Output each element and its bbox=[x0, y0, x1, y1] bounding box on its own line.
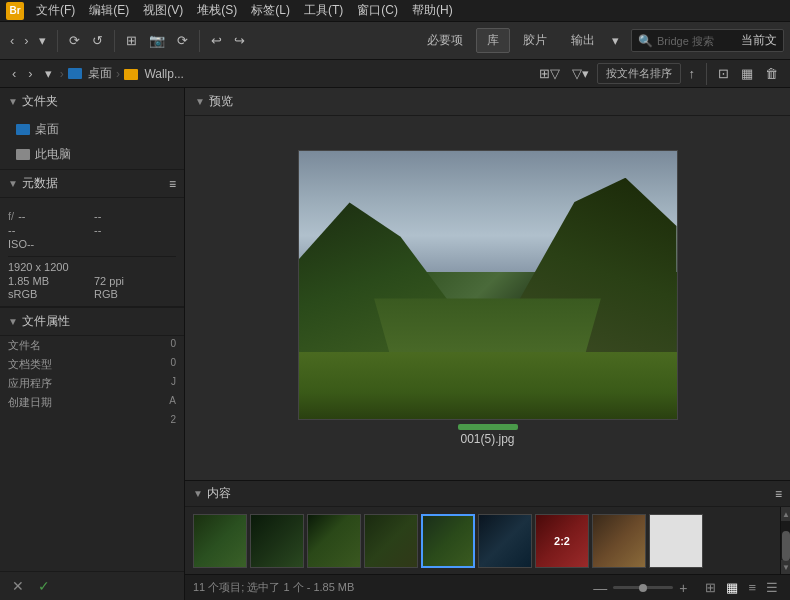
scroll-down-arrow[interactable]: ▼ bbox=[781, 560, 790, 574]
metadata-section: ▼ 元数据 ≡ f/ -- -- -- bbox=[0, 170, 184, 307]
wallp-folder-icon bbox=[124, 69, 138, 80]
folder-name-desktop: 桌面 bbox=[35, 121, 59, 138]
menu-stack[interactable]: 堆栈(S) bbox=[191, 0, 243, 21]
toolbar-separator-1 bbox=[57, 30, 58, 52]
view-grid-button[interactable]: ⊞ bbox=[701, 578, 720, 597]
cancel-button[interactable]: ✕ bbox=[8, 576, 28, 596]
search-input[interactable] bbox=[657, 35, 737, 47]
file-props-chevron: ▼ bbox=[8, 316, 18, 327]
path-desktop[interactable]: 桌面 bbox=[88, 66, 112, 80]
content-menu-icon[interactable]: ≡ bbox=[775, 487, 782, 501]
menu-view[interactable]: 视图(V) bbox=[137, 0, 189, 21]
view-detail-button[interactable]: ☰ bbox=[762, 578, 782, 597]
meta-ppi: 72 ppi bbox=[94, 275, 176, 287]
menu-edit[interactable]: 编辑(E) bbox=[83, 0, 135, 21]
thumbnail-badge: 2:2 bbox=[554, 535, 570, 547]
thumbnail-8[interactable] bbox=[592, 514, 646, 568]
redo-button[interactable]: ↪ bbox=[230, 31, 249, 50]
thumbnail-7[interactable]: 2:2 bbox=[535, 514, 589, 568]
filmstrip-button[interactable]: 胶片 bbox=[512, 28, 558, 53]
rotate-left-button[interactable]: ↺ bbox=[88, 31, 107, 50]
path-bar: ‹ › ▾ › 桌面 › Wallp... ⊞▽ ▽▾ 按文件名排序 ↑ ⊡ ▦… bbox=[0, 60, 790, 88]
preview-chevron: ▼ bbox=[195, 96, 205, 107]
meta-aperture-row: f/ -- bbox=[8, 210, 90, 222]
view-list-button[interactable]: ≡ bbox=[744, 578, 760, 597]
meta-ev-value: -- bbox=[8, 224, 15, 236]
scroll-thumb[interactable] bbox=[782, 531, 790, 561]
path-dropdown-button[interactable]: ▾ bbox=[41, 64, 56, 83]
desktop-folder-icon bbox=[68, 68, 82, 79]
confirm-button[interactable]: ✓ bbox=[34, 576, 54, 596]
path-back-button[interactable]: ‹ bbox=[8, 64, 20, 83]
scroll-up-arrow[interactable]: ▲ bbox=[781, 507, 790, 521]
undo-button[interactable]: ↩ bbox=[207, 31, 226, 50]
menu-label[interactable]: 标签(L) bbox=[245, 0, 296, 21]
search-bar[interactable]: 🔍 当前文 bbox=[631, 29, 784, 52]
thumbnail-1[interactable] bbox=[193, 514, 247, 568]
folder-name-computer: 此电脑 bbox=[35, 146, 71, 163]
sort-button[interactable]: 按文件名排序 bbox=[597, 63, 681, 84]
nav-dropdown-button[interactable]: ▾ bbox=[35, 31, 50, 50]
view-mode-buttons: ⊞ ▦ ≡ ☰ bbox=[701, 578, 782, 597]
sync-button[interactable]: ⟳ bbox=[173, 31, 192, 50]
prop-name-filename: 文件名 bbox=[8, 338, 160, 353]
folder-item-desktop[interactable]: 桌面 bbox=[0, 117, 184, 142]
preview-image bbox=[298, 150, 678, 420]
menu-file[interactable]: 文件(F) bbox=[30, 0, 81, 21]
thumbnail-5-selected[interactable] bbox=[421, 514, 475, 568]
meta-iso-value: ISO-- bbox=[8, 238, 34, 250]
toolbar-separator-3 bbox=[199, 30, 200, 52]
path-wallp[interactable]: Wallp... bbox=[144, 67, 184, 81]
content-chevron: ▼ bbox=[193, 488, 203, 499]
content-strip-header: ▼ 内容 ≡ bbox=[185, 481, 790, 507]
prop-val-filename: 0 bbox=[164, 338, 176, 353]
menu-tools[interactable]: 工具(T) bbox=[298, 0, 349, 21]
zoom-slider-thumb[interactable] bbox=[639, 584, 647, 592]
filter-button[interactable]: ▽▾ bbox=[568, 64, 593, 83]
thumbnail-2[interactable] bbox=[250, 514, 304, 568]
output-button[interactable]: 输出 bbox=[560, 28, 606, 53]
history-button[interactable]: ⟳ bbox=[65, 31, 84, 50]
zoom-in-button[interactable]: + bbox=[677, 580, 689, 596]
folder-item-computer[interactable]: 此电脑 bbox=[0, 142, 184, 167]
path-home[interactable]: 桌面 bbox=[68, 65, 112, 82]
folders-label: 文件夹 bbox=[22, 93, 58, 110]
zoom-slider[interactable] bbox=[613, 586, 673, 589]
camera-button[interactable]: 📷 bbox=[145, 31, 169, 50]
thumbnail-6[interactable] bbox=[478, 514, 532, 568]
sort-asc-button[interactable]: ↑ bbox=[685, 64, 700, 83]
scroll-track bbox=[781, 521, 790, 560]
meta-aperture-label: f/ bbox=[8, 210, 14, 222]
nav-controls: ‹ › ▾ bbox=[6, 31, 50, 50]
view-grid2-button[interactable]: ▦ bbox=[722, 578, 742, 597]
thumbnail-strip[interactable]: 2:2 bbox=[185, 507, 780, 574]
view-options-button[interactable]: ⊞▽ bbox=[535, 64, 564, 83]
zoom-out-button[interactable]: — bbox=[591, 580, 609, 596]
back-button[interactable]: ‹ bbox=[6, 31, 18, 50]
menu-window[interactable]: 窗口(C) bbox=[351, 0, 404, 21]
zoom-controls: — + bbox=[591, 580, 689, 596]
delete-button[interactable]: 🗑 bbox=[761, 64, 782, 83]
meta-dimensions: 1920 x 1200 bbox=[8, 261, 176, 273]
essentials-button[interactable]: 必要项 bbox=[416, 28, 474, 53]
thumbnail-9[interactable] bbox=[649, 514, 703, 568]
content-scrollbar[interactable]: ▲ ▼ bbox=[780, 507, 790, 574]
path-separator-1: › bbox=[60, 67, 64, 81]
thumbnail-3[interactable] bbox=[307, 514, 361, 568]
new-folder-button[interactable]: ⊡ bbox=[714, 64, 733, 83]
folders-header[interactable]: ▼ 文件夹 bbox=[0, 88, 184, 115]
menu-help[interactable]: 帮助(H) bbox=[406, 0, 459, 21]
path-folder[interactable]: Wallp... bbox=[124, 67, 184, 81]
file-properties-header[interactable]: ▼ 文件属性 bbox=[0, 308, 184, 336]
view-mode-button[interactable]: ▦ bbox=[737, 64, 757, 83]
forward-button[interactable]: › bbox=[20, 31, 32, 50]
metadata-menu-icon[interactable]: ≡ bbox=[169, 177, 176, 191]
metadata-header[interactable]: ▼ 元数据 ≡ bbox=[0, 170, 184, 198]
path-forward-button[interactable]: › bbox=[24, 64, 36, 83]
browse-button[interactable]: ⊞ bbox=[122, 31, 141, 50]
workspace-dropdown[interactable]: ▾ bbox=[608, 31, 623, 50]
thumbnail-4[interactable] bbox=[364, 514, 418, 568]
meta-shutter-value: -- bbox=[94, 210, 101, 222]
libraries-button[interactable]: 库 bbox=[476, 28, 510, 53]
sidebar: ▼ 文件夹 桌面 此电脑 ▼ 元数据 ≡ bbox=[0, 88, 185, 600]
